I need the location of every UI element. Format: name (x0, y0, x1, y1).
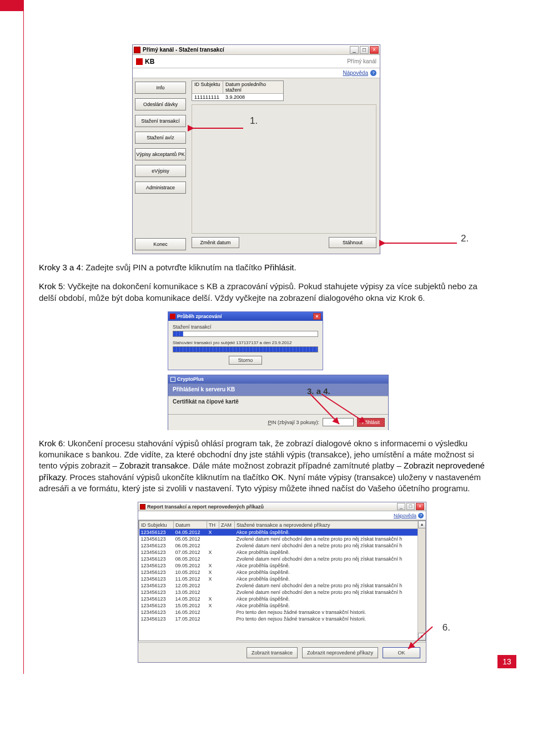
pin-label: PIN (zbývají 3 pokusy): (268, 420, 319, 425)
help-icon[interactable]: ? (418, 513, 424, 518)
para2-rest: : Vyčkejte na dokončení komunikace s KB … (39, 281, 477, 302)
maximize-button[interactable]: □ (360, 46, 369, 54)
screenshot-main-window: Přímý kanál - Stažení transakcí _ □ × KB… (132, 44, 380, 254)
table-row[interactable]: 12345612306.05.2012Zvolené datum není ob… (139, 542, 425, 549)
table-row[interactable]: 12345612305.05.2012Zvolené datum není ob… (139, 536, 425, 542)
sidebar-item-evypisy[interactable]: eVýpisy (135, 165, 186, 177)
sidebar-item-vypisy-pk[interactable]: Výpisy akceptantů PK (135, 148, 186, 160)
report-table: ID Subjektu Datum TH ZAM Stažené transak… (139, 521, 425, 622)
td-id: 111111111 (192, 94, 223, 100)
th-id: ID Subjektu (139, 521, 174, 529)
page-accent-bar (0, 0, 23, 11)
para1-bold: Přihlásit (264, 263, 294, 272)
page-number: 13 (497, 655, 516, 668)
annotation-3-4: 3. a 4. (307, 386, 330, 396)
minimize-button[interactable]: _ (350, 46, 359, 54)
annotation-2: 2. (461, 233, 469, 244)
app-icon (170, 377, 175, 382)
content-panel (192, 104, 376, 234)
help-link[interactable]: Nápověda (343, 70, 368, 76)
progress-bar-2 (173, 346, 318, 352)
para3-e: . Proces stahování výpisů ukončíte klikn… (65, 472, 271, 482)
page-accent-line (23, 0, 24, 674)
paragraph-krok-5: Krok 5: Vyčkejte na dokončení komunikace… (39, 281, 494, 304)
scroll-down-icon[interactable]: ▾ (418, 633, 426, 641)
product-label: Přímý kanál (347, 58, 376, 64)
sidebar: Info Odeslání dávky Stažení transakcí St… (133, 78, 188, 254)
th-th: TH (207, 521, 219, 529)
close-button[interactable]: × (313, 313, 321, 320)
show-rejected-button[interactable]: Zobrazit neprovedené příkazy (302, 647, 378, 658)
para3-b: Zobrazit transakce (119, 461, 188, 470)
para3-prefix: Krok 6 (39, 439, 63, 448)
app-icon (170, 314, 175, 319)
minimize-button[interactable]: _ (397, 503, 405, 510)
help-icon[interactable]: ? (370, 70, 376, 76)
login-header: Přihlášení k serveru KB (173, 386, 235, 392)
table-row[interactable]: 12345612311.05.2012XAkce proběhla úspěšn… (139, 576, 425, 582)
para3-f: OK (271, 472, 284, 482)
progress-label-1: Stažení transakcí (173, 324, 318, 330)
th-zam: ZAM (219, 521, 235, 529)
sidebar-item-konec[interactable]: Konec (135, 238, 186, 250)
table-row[interactable]: 12345612309.05.2012XAkce proběhla úspěšn… (139, 562, 425, 569)
app-icon (134, 47, 140, 53)
pin-input[interactable] (323, 418, 354, 426)
table-row[interactable]: 12345612308.05.2012Zvolené datum není ob… (139, 556, 425, 562)
window-title: Průběh zpracování (177, 314, 313, 319)
table-row[interactable]: 12345612313.05.2012Zvolené datum není ob… (139, 589, 425, 596)
para1-end: . (294, 263, 296, 272)
table-row[interactable]: 12345612317.05.2012Pro tento den nejsou … (139, 616, 425, 622)
kb-logo-icon (136, 58, 143, 65)
window-title: CryptoPlus (177, 376, 204, 382)
th-datum: Datum (174, 521, 207, 529)
progress-bar-1 (173, 331, 318, 337)
close-button[interactable]: × (416, 503, 424, 510)
change-date-button[interactable]: Změnit datum (192, 237, 239, 248)
th-datum: Datum posledního stažení (223, 81, 283, 93)
window-title: Report transakcí a report neprovedených … (147, 504, 396, 510)
screenshot-report-window: Report transakcí a report neprovedených … (138, 502, 426, 663)
screenshot-cryptoplus-window: CryptoPlus Přihlášení k serveru KB 3. a … (168, 375, 389, 430)
th-msg: Stažené transakce a neprovedené příkazy (235, 521, 425, 529)
maximize-button[interactable]: □ (406, 503, 415, 510)
close-button[interactable]: × (370, 46, 379, 54)
para1-rest: : Zadejte svůj PIN a potvrďte kliknutím … (81, 263, 264, 272)
ok-button[interactable]: OK (383, 647, 420, 658)
para1-prefix: Kroky 3 a 4 (39, 263, 81, 272)
arrow-2-icon (380, 239, 458, 248)
sidebar-item-stazeni-transakci[interactable]: Stažení transakcí (135, 115, 186, 127)
table-row[interactable]: 12345612312.05.2012Zvolené datum není ob… (139, 582, 425, 589)
table-row[interactable]: 12345612310.05.2012XAkce proběhla úspěšn… (139, 569, 425, 576)
subject-table: ID Subjektu Datum posledního stažení 111… (192, 80, 284, 101)
th-id-subjektu: ID Subjektu (192, 81, 223, 93)
table-row[interactable]: 12345612315.05.2012XAkce proběhla úspěšn… (139, 602, 425, 609)
sidebar-item-administrace[interactable]: Administrace (135, 182, 186, 194)
para2-prefix: Krok 5 (39, 281, 63, 291)
annotation-1: 1. (250, 115, 258, 127)
sidebar-item-info[interactable]: Info (135, 82, 186, 94)
help-link[interactable]: Nápověda (394, 513, 416, 518)
para3-c: . Dále máte možnost zobrazit případné za… (188, 461, 404, 470)
app-icon (140, 504, 145, 510)
window-title: Přímý kanál - Stažení transakcí (143, 47, 349, 53)
cert-label: Certifikát na čipové kartě (173, 399, 239, 405)
table-row[interactable]: 12345612304.05.2012XAkce proběhla úspěšn… (139, 529, 425, 536)
paragraph-kroky-3-4: Kroky 3 a 4: Zadejte svůj PIN a potvrďte… (39, 262, 494, 273)
paragraph-krok-6: Krok 6: Ukončení procesu stahování výpis… (39, 438, 494, 494)
sidebar-item-odeslani[interactable]: Odeslání dávky (135, 98, 186, 110)
scrollbar[interactable]: ▴ ▾ (418, 521, 425, 641)
table-row[interactable]: 12345612307.05.2012XAkce proběhla úspěšn… (139, 549, 425, 556)
table-row[interactable]: 12345612314.05.2012XAkce proběhla úspěšn… (139, 596, 425, 602)
kb-logo-text: KB (145, 58, 154, 65)
login-button[interactable]: Přihlásit (357, 418, 385, 427)
annotation-6: 6. (443, 622, 450, 633)
progress-label-2: Stahování transakcí pro subjekt 13713713… (173, 340, 318, 345)
scroll-up-icon[interactable]: ▴ (418, 521, 426, 528)
td-date: 3.9.2008 (223, 94, 247, 100)
show-transactions-button[interactable]: Zobrazit transakce (247, 647, 298, 658)
download-button[interactable]: Stáhnout (329, 237, 376, 248)
storno-button[interactable]: Storno (229, 356, 262, 365)
table-row[interactable]: 12345612316.05.2012Pro tento den nejsou … (139, 609, 425, 616)
sidebar-item-stazeni-aviz[interactable]: Stažení avíz (135, 132, 186, 144)
